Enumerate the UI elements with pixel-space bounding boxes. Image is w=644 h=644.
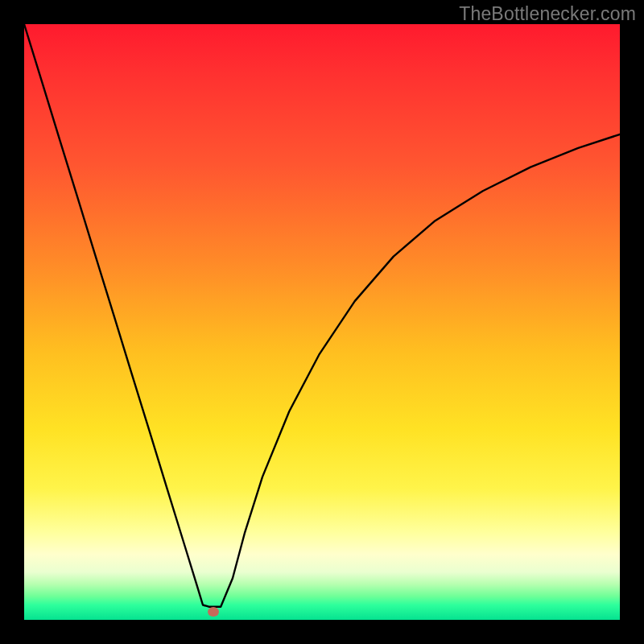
watermark-label: TheBottlenecker.com	[459, 3, 636, 25]
plot-area	[24, 24, 620, 620]
bottleneck-curve	[24, 24, 620, 620]
optimal-point-marker	[208, 607, 219, 617]
chart-frame: TheBottlenecker.com	[0, 0, 644, 644]
